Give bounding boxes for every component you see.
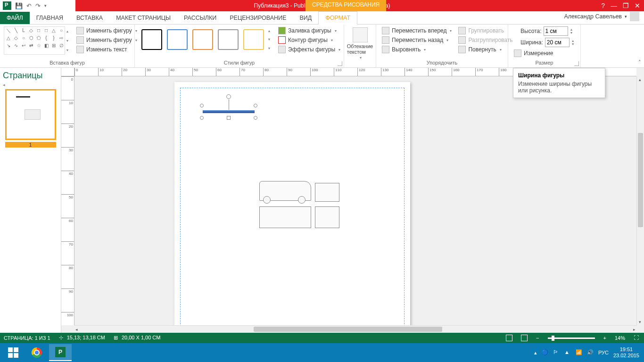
shapes-gallery-more[interactable]: ▴▾▾	[65, 26, 72, 55]
windows-taskbar: P ▴ 🔵 🏳 ▲ 📶 🔊 РУС 19:51 23.02.2015	[0, 343, 644, 362]
selected-shape[interactable]	[203, 110, 255, 113]
restore-button[interactable]: ❐	[623, 2, 629, 9]
fill-icon	[278, 27, 286, 34]
start-button[interactable]	[2, 344, 25, 361]
vertical-scrollbar[interactable]: ▴ ▾	[636, 76, 644, 325]
tab-review[interactable]: РЕЦЕНЗИРОВАНИЕ	[223, 12, 293, 24]
width-spinner[interactable]: ▲▼	[571, 39, 575, 46]
scroll-up-icon[interactable]: ▴	[639, 77, 641, 82]
shapes-gallery[interactable]: ＼╲L◇□□△○ △◇○⬡⬠{}⇨ ↘∿↩⇄☆◧⊞∅	[4, 26, 65, 55]
measurement-button[interactable]: Измерение	[512, 49, 575, 58]
shape-fill-button[interactable]: Заливка фигуры▾	[276, 26, 342, 35]
shape-effects-button[interactable]: Эффекты фигуры▾	[276, 45, 342, 54]
edit-shape-button[interactable]: Изменить фигуру▾	[74, 26, 139, 35]
tab-mailings[interactable]: РАССЫЛКИ	[177, 12, 223, 24]
change-shape-button[interactable]: Изменить фигуру▾	[74, 36, 139, 44]
taskbar-publisher[interactable]: P	[49, 344, 72, 361]
scrollbar-thumb[interactable]	[254, 327, 442, 332]
help-button[interactable]: ?	[601, 2, 605, 9]
view-single-icon[interactable]	[506, 335, 512, 341]
group-button: Группировать	[456, 26, 514, 35]
tray-clock[interactable]: 19:51 23.02.2015	[613, 346, 639, 359]
resize-handle[interactable]	[200, 116, 204, 120]
resize-handle[interactable]	[254, 104, 257, 107]
group-arrange: Переместить вперед▾ Переместить назад▾ В…	[376, 25, 508, 67]
pages-panel: Страницы ◂ 1	[0, 68, 61, 333]
rotation-handle[interactable]	[226, 94, 231, 99]
scrollbar-thumb[interactable]	[638, 133, 643, 227]
group-shape-styles: ▴▾▾ Заливка фигуры▾ Контур фигуры▾ Эффек…	[135, 25, 344, 67]
car-blueprint-image[interactable]	[259, 181, 344, 233]
ribbon-tabs: ФАЙЛ ГЛАВНАЯ ВСТАВКА МАКЕТ СТРАНИЦЫ РАСС…	[0, 11, 644, 25]
shape-outline-button[interactable]: Контур фигуры▾	[276, 36, 342, 44]
horizontal-scrollbar[interactable]: ◂ ▸	[74, 325, 636, 333]
title-bar: 💾 ↶ ↷ ▾ Публикация3 - Publisher (Сбой ак…	[0, 0, 644, 11]
size-dialog-launcher[interactable]	[574, 61, 579, 66]
tooltip-body: Изменение ширины фигуры или рисунка.	[518, 81, 600, 94]
publication-page[interactable]	[174, 82, 410, 333]
shape-styles-more[interactable]: ▴▾▾	[267, 26, 273, 53]
tab-view[interactable]: ВИД	[293, 12, 318, 24]
resize-handle[interactable]	[227, 116, 231, 120]
scroll-right-icon[interactable]: ▸	[633, 327, 636, 332]
minimize-button[interactable]: —	[611, 2, 617, 9]
tab-home[interactable]: ГЛАВНАЯ	[30, 12, 70, 24]
taskbar-chrome[interactable]	[25, 344, 48, 361]
save-icon[interactable]: 💾	[15, 2, 23, 9]
zoom-out-button[interactable]: −	[536, 335, 539, 341]
tooltip-title: Ширина фигуры	[518, 72, 600, 79]
tab-page-layout[interactable]: МАКЕТ СТРАНИЦЫ	[109, 12, 177, 24]
edit-text-button[interactable]: Изменить текст	[74, 45, 139, 54]
user-name-label: Александр Савельев	[564, 13, 622, 20]
height-input[interactable]	[544, 26, 568, 36]
tab-file[interactable]: ФАЙЛ	[0, 12, 30, 24]
system-tray: ▴ 🔵 🏳 ▲ 📶 🔊 РУС 19:51 23.02.2015	[534, 346, 642, 359]
qat-customize-icon[interactable]: ▾	[44, 3, 47, 8]
view-spread-icon[interactable]	[521, 335, 528, 341]
ruler-vertical: 0102030405060708090100	[61, 76, 74, 325]
align-button[interactable]: Выровнять▾	[380, 45, 454, 54]
shape-styles-gallery[interactable]	[139, 26, 267, 53]
send-backward-button[interactable]: Переместить назад▾	[380, 36, 454, 44]
zoom-slider[interactable]	[548, 337, 595, 339]
tooltip-shape-width: Ширина фигуры Изменение ширины фигуры ил…	[513, 68, 605, 98]
tray-language[interactable]: РУС	[598, 350, 609, 355]
zoom-level[interactable]: 14%	[615, 335, 625, 341]
tray-show-hidden-icon[interactable]: ▴	[534, 350, 537, 356]
collapse-ribbon-button[interactable]: ˄	[638, 59, 641, 66]
status-page[interactable]: СТРАНИЦА: 1 ИЗ 1	[4, 335, 50, 341]
scroll-down-icon[interactable]: ▾	[639, 320, 641, 324]
width-input[interactable]	[545, 38, 570, 47]
rotate-icon	[458, 46, 466, 53]
fit-page-icon[interactable]: ⛶	[634, 335, 640, 341]
page-thumbnail[interactable]	[5, 89, 56, 140]
shape-styles-dialog-launcher[interactable]	[338, 61, 342, 66]
group-icon	[458, 27, 466, 34]
tab-format[interactable]: ФОРМАТ	[318, 11, 357, 25]
tab-insert[interactable]: ВСТАВКА	[70, 12, 109, 24]
rotate-button[interactable]: Повернуть▾	[456, 45, 514, 54]
tray-network-icon[interactable]: ▲	[564, 349, 571, 356]
redo-icon[interactable]: ↷	[35, 2, 41, 9]
canvas-area[interactable]: 0102030405060708090100110120130140150160…	[61, 68, 644, 333]
resize-handle[interactable]	[200, 104, 204, 107]
close-button[interactable]: ✕	[635, 2, 640, 9]
edit-shape-icon	[76, 27, 84, 34]
effects-icon	[278, 46, 286, 53]
tray-wifi-icon[interactable]: 📶	[576, 349, 582, 356]
bring-forward-button[interactable]: Переместить вперед▾	[380, 26, 454, 35]
publisher-logo-icon	[3, 1, 11, 10]
outline-icon	[278, 36, 286, 44]
tray-app-icon[interactable]: 🔵	[542, 349, 548, 356]
tray-volume-icon[interactable]: 🔊	[587, 349, 594, 356]
resize-handle[interactable]	[254, 116, 257, 120]
wrap-text-button[interactable]: Обтекание текстом ▾	[345, 26, 375, 61]
scroll-left-icon[interactable]: ◂	[75, 327, 78, 332]
send-backward-icon	[382, 36, 389, 44]
undo-icon[interactable]: ↶	[26, 2, 32, 9]
tray-flag-icon[interactable]: 🏳	[553, 349, 560, 356]
zoom-in-button[interactable]: +	[603, 335, 606, 341]
ruler-corner	[61, 68, 74, 76]
bring-forward-icon	[382, 27, 389, 34]
height-spinner[interactable]: ▲▼	[570, 28, 573, 34]
